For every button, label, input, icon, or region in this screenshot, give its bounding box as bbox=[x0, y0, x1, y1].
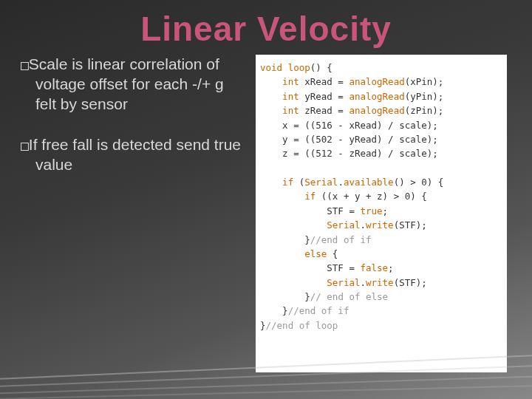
slide-title: Linear Velocity bbox=[0, 0, 532, 49]
bullet-item: □If free fall is detected send true valu… bbox=[21, 135, 242, 175]
bullet-marker-icon: □ bbox=[21, 57, 29, 72]
bullet-text: If free fall is detected send true value bbox=[29, 136, 241, 173]
code-snippet: void loop() { int xRead = analogRead(xPi… bbox=[256, 55, 507, 372]
bullet-item: □Scale is linear correlation of voltage … bbox=[21, 55, 242, 115]
slide-content: □Scale is linear correlation of voltage … bbox=[0, 49, 532, 372]
bullet-column: □Scale is linear correlation of voltage … bbox=[21, 55, 242, 372]
bullet-text: Scale is linear correlation of voltage o… bbox=[29, 55, 224, 112]
bullet-marker-icon: □ bbox=[21, 137, 29, 153]
